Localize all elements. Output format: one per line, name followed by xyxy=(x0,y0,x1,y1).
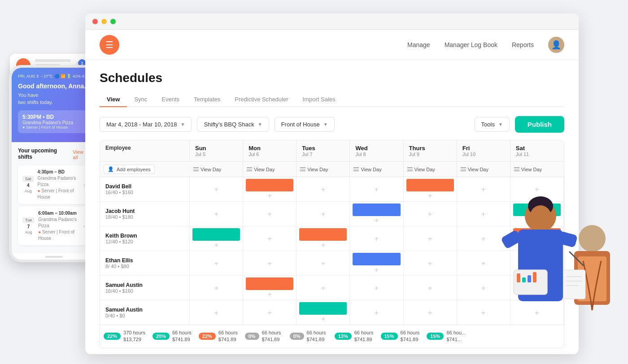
browser-dot-green[interactable] xyxy=(110,19,116,24)
add-shift-4-3[interactable]: + xyxy=(353,285,400,292)
location-dropdown[interactable]: Shifty's BBQ Shack ▼ xyxy=(197,117,269,132)
shift-cell-2-1[interactable]: + xyxy=(243,226,297,251)
add-shift-3-4[interactable]: + xyxy=(406,260,454,267)
shift-cell-0-2[interactable]: + xyxy=(297,177,350,201)
add-shift-4-0[interactable]: + xyxy=(192,285,240,292)
add-shift-3-3[interactable]: + xyxy=(353,266,400,273)
add-shift-0-2[interactable]: + xyxy=(299,186,347,193)
add-shift-0-5[interactable]: + xyxy=(460,186,507,193)
shift-cell-5-6[interactable]: + xyxy=(510,300,564,325)
shift-cell-4-5[interactable]: + xyxy=(457,276,510,300)
user-avatar[interactable]: 👤 xyxy=(548,37,564,53)
tab-import[interactable]: Import Sales xyxy=(296,92,343,106)
add-shift-1-3[interactable]: + xyxy=(353,217,400,224)
add-shift-5-6[interactable]: + xyxy=(513,309,561,316)
add-shift-5-5[interactable]: + xyxy=(460,309,507,316)
add-shift-2-2[interactable]: + xyxy=(299,242,347,249)
tab-events[interactable]: Events xyxy=(154,92,187,106)
add-shift-5-0[interactable]: + xyxy=(192,309,240,316)
shift-cell-2-4[interactable]: + xyxy=(404,226,457,251)
shift-cell-2-5[interactable]: + xyxy=(457,226,510,251)
shift-cell-3-3[interactable]: + xyxy=(350,251,403,275)
nav-manager-log[interactable]: Manager Log Book xyxy=(445,41,497,48)
viewday-mon[interactable]: View Day xyxy=(243,162,297,177)
add-shift-0-0[interactable]: + xyxy=(192,186,240,193)
shift-cell-2-3[interactable]: + xyxy=(350,226,403,251)
tab-view[interactable]: View xyxy=(100,92,127,106)
nav-reports[interactable]: Reports xyxy=(512,41,534,48)
add-shift-0-6[interactable]: + xyxy=(513,186,561,193)
add-shift-4-5[interactable]: + xyxy=(460,285,507,292)
phone-shift-item-2[interactable]: Tue 7 Aug 6:00am – 10:00am Grandma Padan… xyxy=(18,207,90,245)
add-shift-2-4[interactable]: + xyxy=(406,235,454,243)
department-dropdown[interactable]: Front of House ▼ xyxy=(275,117,335,132)
add-shift-3-6[interactable]: + xyxy=(513,260,561,267)
date-range-dropdown[interactable]: Mar 4, 2018 - Mar 10, 2018 ▼ xyxy=(100,117,192,132)
add-shift-5-3[interactable]: + xyxy=(353,309,400,316)
shift-cell-0-1[interactable]: + xyxy=(243,177,297,201)
viewday-sat[interactable]: View Day xyxy=(510,162,564,177)
shift-cell-2-0[interactable]: + xyxy=(190,226,243,251)
tab-sync[interactable]: Sync xyxy=(127,92,154,106)
add-shift-3-2[interactable]: + xyxy=(299,260,347,267)
shift-cell-3-0[interactable]: + xyxy=(190,251,243,275)
add-shift-5-1[interactable]: + xyxy=(246,309,293,316)
viewday-thurs[interactable]: View Day xyxy=(404,162,457,177)
app-logo[interactable]: ☰ xyxy=(100,35,119,55)
shift-cell-2-6[interactable]: + xyxy=(510,226,564,251)
shift-cell-5-1[interactable]: + xyxy=(243,300,297,325)
add-shift-4-6[interactable]: + xyxy=(513,285,561,292)
shift-cell-1-2[interactable]: + xyxy=(297,202,350,226)
tools-dropdown[interactable]: Tools ▼ xyxy=(475,117,510,132)
add-shift-4-4[interactable]: + xyxy=(406,285,454,292)
add-shift-2-0[interactable]: + xyxy=(192,242,240,249)
add-shift-3-1[interactable]: + xyxy=(246,260,293,267)
add-shift-1-4[interactable]: + xyxy=(406,211,454,218)
shift-cell-3-6[interactable]: + xyxy=(510,251,564,275)
shift-cell-3-4[interactable]: + xyxy=(404,251,457,275)
shift-cell-5-3[interactable]: + xyxy=(350,300,403,325)
add-shift-1-5[interactable]: + xyxy=(460,211,507,218)
add-shift-3-0[interactable]: + xyxy=(192,260,240,267)
add-shift-0-4[interactable]: + xyxy=(406,192,454,199)
add-shift-2-6[interactable]: + xyxy=(513,242,561,249)
add-employees-button[interactable]: 👤 Add employees xyxy=(104,165,155,174)
shift-cell-1-4[interactable]: + xyxy=(404,202,457,226)
shift-cell-5-2[interactable]: + xyxy=(297,300,350,325)
shift-cell-3-5[interactable]: + xyxy=(457,251,510,275)
add-shift-3-5[interactable]: + xyxy=(460,260,507,267)
shift-cell-4-2[interactable]: + xyxy=(297,276,350,300)
add-shift-0-3[interactable]: + xyxy=(353,186,400,193)
add-shift-0-1[interactable]: + xyxy=(246,192,293,199)
viewday-sun[interactable]: View Day xyxy=(190,162,243,177)
viewday-wed[interactable]: View Day xyxy=(350,162,403,177)
add-shift-2-3[interactable]: + xyxy=(353,235,400,243)
add-shift-1-2[interactable]: + xyxy=(299,211,347,218)
add-shift-5-4[interactable]: + xyxy=(406,309,454,316)
shift-cell-3-1[interactable]: + xyxy=(243,251,297,275)
viewday-fri[interactable]: View Day xyxy=(457,162,510,177)
phone-shift-item-1[interactable]: Sat 4 Aug 4:30pm – BD Grandma Padano's P… xyxy=(18,165,90,204)
tab-templates[interactable]: Templates xyxy=(187,92,227,106)
publish-button[interactable]: Publish xyxy=(515,116,564,133)
add-shift-1-6[interactable]: + xyxy=(513,217,561,224)
shift-cell-1-1[interactable]: + xyxy=(243,202,297,226)
shift-cell-3-2[interactable]: + xyxy=(297,251,350,275)
shift-cell-0-3[interactable]: + xyxy=(350,177,403,201)
shift-cell-5-4[interactable]: + xyxy=(404,300,457,325)
shift-cell-4-3[interactable]: + xyxy=(350,276,403,300)
add-shift-5-2[interactable]: + xyxy=(299,316,347,323)
shift-cell-1-0[interactable]: + xyxy=(190,202,243,226)
shift-cell-5-5[interactable]: + xyxy=(457,300,510,325)
viewday-tues[interactable]: View Day xyxy=(297,162,350,177)
add-shift-4-2[interactable]: + xyxy=(299,285,347,292)
shift-cell-0-5[interactable]: + xyxy=(457,177,510,201)
add-shift-4-1[interactable]: + xyxy=(246,291,293,298)
browser-dot-yellow[interactable] xyxy=(101,19,107,24)
shift-cell-0-0[interactable]: + xyxy=(190,177,243,201)
add-shift-2-1[interactable]: + xyxy=(246,235,293,243)
add-shift-1-0[interactable]: + xyxy=(192,211,240,218)
shift-cell-4-0[interactable]: + xyxy=(190,276,243,300)
add-shift-1-1[interactable]: + xyxy=(246,211,293,218)
browser-dot-red[interactable] xyxy=(92,19,98,24)
